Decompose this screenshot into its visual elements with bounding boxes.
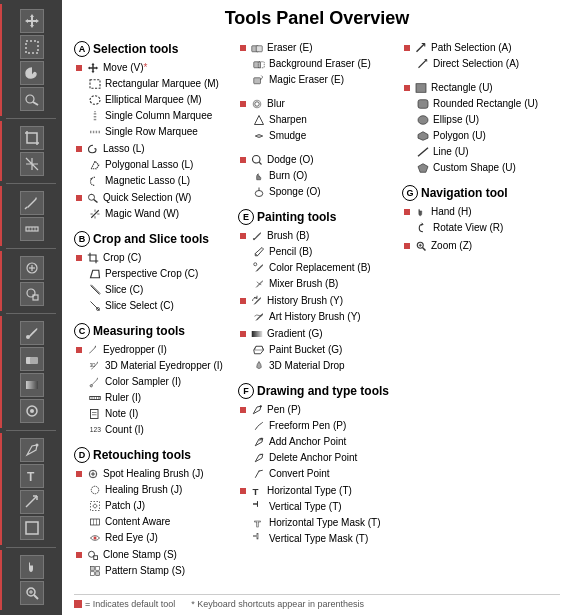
selection-section: A Selection tools Move (V)* (74, 41, 232, 221)
svg-text:T: T (253, 533, 261, 539)
shape-tool-btn[interactable] (20, 516, 44, 540)
clone-tool-btn[interactable] (20, 282, 44, 306)
lasso-tool-btn[interactable] (20, 61, 44, 85)
ruler-label: Ruler (I) (105, 392, 141, 404)
tool-poly-lasso: Polygonal Lasso (L) (74, 158, 232, 172)
tool-burn: Burn (O) (238, 169, 396, 183)
tool-slice: Slice (C) (74, 283, 232, 297)
sharpen-label: Sharpen (269, 114, 307, 126)
tool-gradient: Gradient (G) (238, 327, 396, 341)
eyedrop-tool-btn[interactable] (20, 191, 44, 215)
ellipse-label: Ellipse (U) (433, 114, 479, 126)
tool-note: Note (I) (74, 407, 232, 421)
heal-label: Healing Brush (J) (105, 484, 182, 496)
quicksel-label: Quick Selection (W) (103, 192, 191, 204)
content-aware-label: Content Aware (105, 516, 170, 528)
path-select-tool-btn[interactable] (20, 490, 44, 514)
pen-label: Pen (P) (267, 404, 301, 416)
del-anchor-icon (252, 451, 266, 465)
svg-rect-78 (252, 331, 263, 337)
svg-text:T: T (255, 518, 261, 529)
tool-redeye: Red Eye (J) (74, 531, 232, 545)
col-marquee-icon (88, 109, 102, 123)
convert-point-label: Convert Point (269, 468, 330, 480)
move-tool-btn[interactable] (20, 9, 44, 33)
type-tool-btn[interactable]: T (20, 464, 44, 488)
svg-point-70 (255, 102, 260, 107)
note-label: Note (I) (105, 408, 138, 420)
bg-eraser-icon (252, 57, 266, 71)
tool-crop: Crop (C) (74, 251, 232, 265)
sponge-label: Sponge (O) (269, 186, 321, 198)
zoom-tool-btn[interactable] (20, 581, 44, 605)
burn-label: Burn (O) (269, 170, 307, 182)
tool-history-brush: History Brush (Y) (238, 294, 396, 308)
freeform-pen-label: Freeform Pen (P) (269, 420, 346, 432)
tool-path-sel: Path Selection (A) (402, 41, 560, 55)
tool-ellip-marquee: Elliptical Marquee (M) (74, 93, 232, 107)
blur-default (240, 101, 246, 107)
pattern-stamp-label: Pattern Stamp (S) (105, 565, 185, 577)
quicksel-icon (86, 191, 100, 205)
crop-tool-btn[interactable] (20, 126, 44, 150)
dodge-tool-btn[interactable] (20, 399, 44, 423)
slice-tool-btn[interactable] (20, 152, 44, 176)
gradient-icon (250, 327, 264, 341)
quicksel-tool-btn[interactable] (20, 87, 44, 111)
tool-add-anchor: Add Anchor Point (238, 435, 396, 449)
mixer-icon (252, 277, 266, 291)
svg-point-90 (418, 116, 428, 125)
slice-sel-label: Slice Select (C) (105, 300, 174, 312)
hand-tool-btn[interactable] (20, 555, 44, 579)
svg-line-73 (259, 162, 261, 164)
tool-bg-eraser: Background Eraser (E) (238, 57, 396, 71)
horiz-type-mask-icon: T (252, 516, 266, 530)
page-title: Tools Panel Overview (74, 8, 560, 29)
blur-label: Blur (267, 98, 285, 110)
ruler-tool-btn[interactable] (20, 217, 44, 241)
brush-tool-btn[interactable] (20, 321, 44, 345)
zoom-tool-icon (414, 239, 428, 253)
svg-rect-15 (30, 357, 38, 364)
tool-col-marquee: Single Column Marquee (74, 109, 232, 123)
col2: Eraser (E) Background Eraser (E) Magic E… (238, 41, 396, 588)
tool-vert-type: T Vertical Type (T) (238, 500, 396, 514)
section-letter-c: C (74, 323, 90, 339)
footer-note2: * Keyboard shortcuts appear in parenthes… (191, 599, 364, 609)
mag-lasso-icon (88, 174, 102, 188)
retouching-title: D Retouching tools (74, 447, 232, 463)
freeform-pen-icon (252, 419, 266, 433)
svg-point-1 (26, 95, 34, 103)
3d-eyedrop-label: 3D Material Eyedropper (I) (105, 360, 223, 372)
svg-marker-71 (255, 116, 264, 125)
persp-crop-icon (88, 267, 102, 281)
heal-tool-btn[interactable] (20, 256, 44, 280)
crop-icon (86, 251, 100, 265)
patch-icon (88, 499, 102, 513)
gradient-tool-btn[interactable] (20, 373, 44, 397)
spot-heal-label: Spot Healing Brush (J) (103, 468, 204, 480)
svg-point-13 (26, 335, 30, 339)
marquee-tool-btn[interactable] (20, 35, 44, 59)
default-indicator (76, 65, 82, 71)
tool-blur: Blur (238, 97, 396, 111)
section-letter-e: E (238, 209, 254, 225)
3d-eyedrop-icon: 3D (88, 359, 102, 373)
mixer-label: Mixer Brush (B) (269, 278, 338, 290)
pen-tool-btn[interactable] (20, 438, 44, 462)
svg-rect-66 (254, 62, 261, 68)
eyedrop-icon (86, 343, 100, 357)
direct-sel-label: Direct Selection (A) (433, 58, 519, 70)
hand-tool-icon (414, 205, 428, 219)
del-anchor-label: Delete Anchor Point (269, 452, 357, 464)
eraser-tool-btn[interactable] (20, 347, 44, 371)
dodge-icon (250, 153, 264, 167)
tool-3d-eyedrop: 3D 3D Material Eyedropper (I) (74, 359, 232, 373)
svg-text:T: T (253, 501, 261, 507)
clone-stamp-icon (86, 548, 100, 562)
tool-horiz-type: T Horizontal Type (T) (238, 484, 396, 498)
svg-point-79 (260, 405, 262, 407)
svg-rect-28 (94, 112, 95, 121)
svg-rect-89 (418, 100, 428, 109)
svg-point-76 (253, 238, 255, 240)
